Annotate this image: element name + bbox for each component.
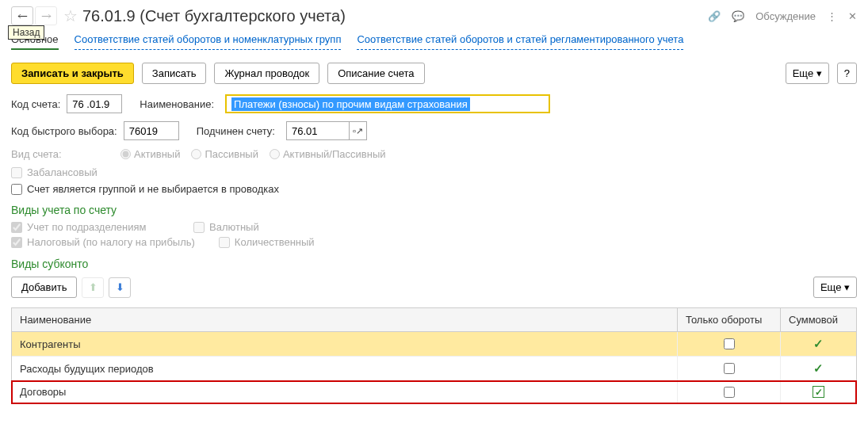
nav-forward-button: 🡒 (35, 6, 57, 25)
currency-checkbox (193, 222, 205, 233)
parent-label: Подчинен счету: (197, 125, 275, 137)
subkonto-table: Наименование Только обороты Суммовой Кон… (11, 307, 857, 404)
parent-open-icon[interactable]: ▫↗ (350, 121, 367, 140)
radio-active: Активный (120, 148, 180, 160)
kind-label: Вид счета: (11, 148, 114, 160)
table-row[interactable]: Договоры✓ (12, 381, 856, 403)
tab-turnover-groups[interactable]: Соответствие статей оборотов и номенклат… (75, 33, 342, 50)
page-title: 76.01.9 (Счет бухгалтерского учета) (82, 7, 708, 25)
col-turnover[interactable]: Только обороты (678, 308, 781, 331)
radio-passive: Пассивный (191, 148, 258, 160)
quick-input[interactable] (124, 121, 179, 140)
offbalance-label: Забалансовый (27, 166, 98, 178)
code-input[interactable] (67, 94, 122, 113)
favorite-icon[interactable]: ☆ (63, 6, 78, 25)
col-sum[interactable]: Суммовой (781, 308, 856, 331)
parent-input[interactable] (286, 121, 350, 140)
code-label: Код счета: (11, 98, 60, 110)
help-button[interactable]: ? (837, 63, 857, 84)
move-up-button: ⬆ (82, 277, 104, 298)
cell-sum[interactable]: ✓ (781, 332, 856, 356)
col-name[interactable]: Наименование (12, 308, 678, 331)
more-button[interactable]: Еще ▾ (786, 63, 829, 84)
quantity-checkbox (219, 237, 230, 248)
tab-turnover-reglament[interactable]: Соответствие статей оборотов и статей ре… (357, 33, 683, 50)
radio-active-passive: Активный/Пассивный (270, 148, 386, 160)
cell-name: Контрагенты (12, 332, 678, 356)
is-group-label: Счет является группой и не выбирается в … (27, 183, 279, 195)
discussion-icon[interactable]: 💬 (732, 10, 744, 22)
cell-sum[interactable]: ✓ (781, 381, 856, 403)
link-icon[interactable]: 🔗 (708, 10, 721, 22)
table-row[interactable]: Контрагенты✓ (12, 332, 856, 357)
tax-checkbox (11, 237, 22, 248)
subkonto-more-button[interactable]: Еще ▾ (813, 277, 857, 298)
description-button[interactable]: Описание счета (327, 63, 424, 84)
quick-label: Код быстрого выбора: (11, 125, 117, 137)
cell-name: Расходы будущих периодов (12, 357, 678, 380)
cell-name: Договоры (12, 381, 678, 403)
journal-button[interactable]: Журнал проводок (214, 63, 319, 84)
cell-turnover[interactable] (678, 332, 781, 356)
cell-turnover[interactable] (678, 381, 781, 403)
section-subkonto: Виды субконто (0, 251, 868, 272)
kebab-menu-icon[interactable]: ⋮ (827, 10, 837, 22)
offbalance-checkbox (11, 167, 22, 178)
move-down-button[interactable]: ⬇ (109, 277, 131, 298)
table-row[interactable]: Расходы будущих периодов✓ (12, 357, 856, 381)
save-button[interactable]: Записать (142, 63, 207, 84)
is-group-checkbox[interactable] (11, 184, 22, 195)
nav-back-button[interactable]: 🡐 (11, 6, 33, 25)
cell-turnover[interactable] (678, 357, 781, 380)
save-close-button[interactable]: Записать и закрыть (11, 63, 134, 84)
add-button[interactable]: Добавить (11, 277, 77, 298)
cell-sum[interactable]: ✓ (781, 357, 856, 380)
back-tooltip: Назад (8, 25, 44, 40)
name-label: Наименование: (140, 98, 214, 110)
dept-checkbox (11, 222, 22, 233)
close-icon[interactable]: ✕ (848, 10, 857, 22)
section-accounting-types: Виды учета по счету (0, 197, 868, 218)
name-input[interactable]: Платежи (взносы) по прочим видам страхов… (225, 94, 550, 113)
discussion-link[interactable]: Обсуждение (755, 10, 816, 22)
